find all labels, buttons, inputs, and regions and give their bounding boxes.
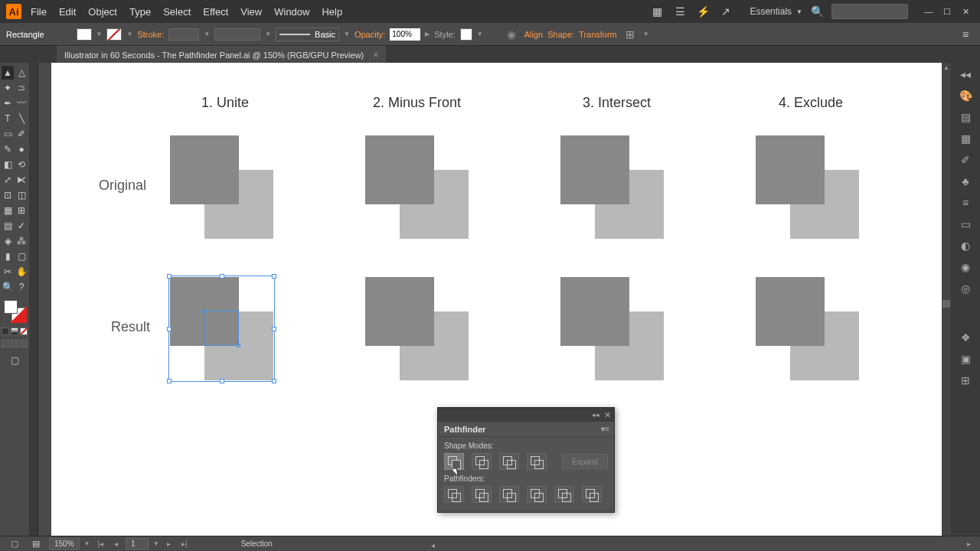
arrange-icon[interactable]: ☰ (671, 3, 688, 20)
gpu-status-icon[interactable]: ▢ (6, 536, 23, 552)
stroke-panel-icon[interactable]: ≡ (957, 194, 974, 211)
style-swatch[interactable] (460, 28, 472, 41)
panel-menu-icon[interactable]: ≡ (957, 26, 974, 43)
draw-mode[interactable]: ▢ (8, 354, 21, 367)
menu-window[interactable]: Window (274, 6, 309, 18)
rectangle-tool[interactable]: ▭ (2, 127, 14, 141)
last-artboard[interactable]: ▸| (178, 540, 191, 548)
graphic-styles-panel-icon[interactable]: ◎ (957, 280, 974, 297)
direct-selection-tool[interactable]: △ (15, 66, 28, 80)
panel-menu-icon[interactable]: ▾≡ (601, 425, 609, 433)
perspective-tool[interactable]: ▦ (2, 204, 14, 217)
artboards-panel-icon[interactable]: ⊞ (957, 372, 974, 389)
color-mode[interactable] (2, 328, 9, 335)
exclude-button[interactable] (527, 453, 547, 470)
gpu-icon[interactable]: ⚡ (694, 3, 711, 20)
stroke-label[interactable]: Stroke: (137, 30, 164, 39)
mesh-tool[interactable]: ⊞ (15, 204, 28, 217)
prev-artboard[interactable]: ◂ (111, 540, 121, 548)
hscroll-left[interactable]: ◂ (431, 541, 435, 549)
first-artboard[interactable]: |◂ (95, 540, 107, 548)
hscroll-right[interactable]: ▸ (964, 540, 974, 548)
paintbrush-tool[interactable]: ✐ (15, 127, 28, 141)
pen-tool[interactable]: ✒ (2, 96, 14, 110)
eraser-tool[interactable]: ◧ (2, 158, 14, 171)
eyedropper-tool[interactable]: ✓ (15, 219, 28, 233)
pencil-tool[interactable]: ✎ (2, 142, 14, 156)
trim-button[interactable] (472, 486, 492, 503)
minus-front-button[interactable] (472, 453, 492, 470)
stroke-profile[interactable] (214, 28, 260, 41)
align-link[interactable]: Align (524, 30, 543, 39)
appearance-panel-icon[interactable]: ◉ (957, 259, 974, 276)
menu-object[interactable]: Object (88, 6, 117, 18)
recolor-icon[interactable]: ◉ (503, 26, 520, 43)
help-tool[interactable]: ? (15, 280, 28, 294)
full-screen[interactable] (11, 340, 18, 347)
gradient-mode[interactable] (11, 328, 18, 335)
pathfinder-tab[interactable]: Pathfinder ▾≡ (438, 422, 614, 437)
collapse-panel-icon[interactable]: ◂◂ (592, 411, 599, 419)
stroke-weight[interactable] (168, 28, 199, 41)
bridge-icon[interactable]: ▦ (648, 3, 665, 20)
gradient-panel-icon[interactable]: ▭ (957, 216, 974, 233)
close-button[interactable]: ✕ (957, 5, 974, 18)
workspace-switcher[interactable]: Essentials (750, 6, 802, 17)
minus-back-button[interactable] (582, 486, 602, 503)
lasso-tool[interactable]: ⊃ (15, 81, 28, 95)
search-input[interactable] (831, 4, 908, 19)
menu-effect[interactable]: Effect (203, 6, 228, 18)
close-panel-icon[interactable]: ✕ (604, 410, 611, 420)
color-panel-icon[interactable]: 🎨 (957, 87, 974, 104)
properties-panel-icon[interactable]: ▤ (957, 109, 974, 126)
outline-button[interactable] (554, 486, 574, 503)
menu-edit[interactable]: Edit (59, 6, 76, 18)
transparency-panel-icon[interactable]: ◐ (957, 237, 974, 254)
maximize-button[interactable]: ☐ (939, 5, 956, 18)
symbol-sprayer-tool[interactable]: ⁂ (15, 234, 28, 248)
opacity-value[interactable]: 100% (390, 28, 420, 41)
gradient-tool[interactable]: ▤ (2, 219, 14, 233)
collapse-icon[interactable]: ◂◂ (957, 66, 974, 83)
zoom-level[interactable]: 150% (49, 538, 80, 549)
menu-file[interactable]: File (31, 6, 47, 18)
normal-screen[interactable] (2, 340, 9, 347)
selection-tool[interactable]: ▲ (2, 66, 14, 80)
blob-brush-tool[interactable]: ● (15, 142, 28, 156)
scale-tool[interactable]: ⤢ (2, 173, 14, 187)
doc-info-icon[interactable]: ▤ (28, 536, 44, 552)
brushes-panel-icon[interactable]: ✐ (957, 152, 974, 168)
next-artboard[interactable]: ▸ (164, 540, 174, 548)
menu-view[interactable]: View (240, 6, 262, 18)
swatches-panel-icon[interactable]: ▦ (957, 130, 974, 147)
unite-button[interactable] (444, 453, 464, 470)
pathfinder-panel[interactable]: ◂◂ ✕ Pathfinder ▾≡ Shape Modes: Expand P… (437, 407, 615, 513)
vertical-scrollbar[interactable] (942, 63, 951, 536)
search-icon[interactable]: 🔍 (808, 3, 825, 20)
close-tab-icon[interactable]: × (373, 50, 378, 60)
menu-help[interactable]: Help (322, 6, 342, 18)
expand-button[interactable]: Expand (562, 454, 608, 469)
panel-titlebar[interactable]: ◂◂ ✕ (438, 408, 614, 422)
presentation[interactable] (20, 340, 28, 347)
type-tool[interactable]: T (2, 112, 14, 126)
fill-stroke-swatch[interactable] (4, 300, 25, 321)
divide-button[interactable] (444, 486, 464, 503)
rotate-tool[interactable]: ⟲ (15, 158, 28, 171)
column-graph-tool[interactable]: ▮ (2, 249, 14, 263)
artboard-tool[interactable]: ▢ (15, 249, 28, 263)
document-tab[interactable]: Illustrator in 60 Seconds - The Pathfind… (57, 46, 386, 63)
zoom-tool[interactable]: 🔍 (2, 280, 14, 294)
crop-button[interactable] (527, 486, 547, 503)
share-icon[interactable]: ↗ (717, 3, 734, 20)
free-transform-tool[interactable]: ⊡ (2, 188, 14, 202)
none-mode[interactable] (20, 328, 28, 335)
symbols-panel-icon[interactable]: ♣ (957, 173, 974, 190)
shape-builder-tool[interactable]: ◫ (15, 188, 28, 202)
menu-select[interactable]: Select (163, 6, 191, 18)
slice-tool[interactable]: ✂ (2, 265, 14, 279)
minimize-button[interactable]: — (920, 5, 937, 18)
fill-swatch[interactable] (77, 28, 92, 41)
hand-tool[interactable]: ✋ (15, 265, 28, 279)
blend-tool[interactable]: ◈ (2, 234, 14, 248)
